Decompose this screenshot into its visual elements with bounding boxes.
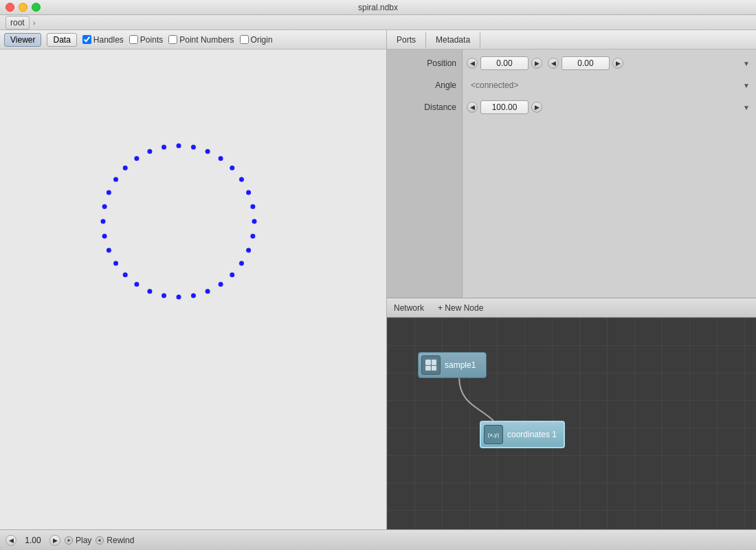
point-numbers-check[interactable]: Point Numbers xyxy=(168,35,234,45)
network-header: Network + New Node xyxy=(387,298,756,318)
position-dropdown[interactable]: ▼ xyxy=(741,58,752,69)
svg-point-31 xyxy=(162,145,166,150)
position-x-value[interactable]: 0.00 xyxy=(480,56,529,70)
distance-value[interactable]: 100.00 xyxy=(480,100,529,114)
viewer-button[interactable]: Viewer xyxy=(4,33,41,47)
distance-label-row: Distance xyxy=(387,96,462,118)
distance-label: Distance xyxy=(424,102,456,112)
ports-section: Ports Metadata Position Angle Distance xyxy=(387,30,756,298)
play-button[interactable]: Play xyxy=(65,536,91,545)
breadcrumb: root › xyxy=(0,15,756,30)
traffic-lights xyxy=(5,3,41,12)
node-coordinates1[interactable]: (x,y) coordinates 1 xyxy=(480,421,565,448)
new-node-button[interactable]: + New Node xyxy=(438,303,483,313)
svg-point-14 xyxy=(205,289,210,294)
origin-check[interactable]: Origin xyxy=(240,35,273,45)
position-x-left-arrow[interactable]: ◀ xyxy=(467,58,478,69)
grid-cell-2 xyxy=(432,360,437,365)
position-y-right-arrow[interactable]: ▶ xyxy=(612,58,623,69)
grid-cell-4 xyxy=(432,366,437,371)
angle-value-row: <connected> ▼ xyxy=(463,74,756,96)
points-check[interactable]: Points xyxy=(129,35,163,45)
viewer-panel: Viewer Data Handles Points Point Numbers… xyxy=(0,30,387,529)
svg-point-12 xyxy=(230,272,234,277)
distance-value-row: ◀ 100.00 ▶ ▼ xyxy=(463,96,756,118)
bottom-bar: ◀ 1.00 ▶ Play Rewind xyxy=(0,529,756,550)
angle-label: Angle xyxy=(435,80,456,90)
coordinates1-label: coordinates 1 xyxy=(507,430,557,439)
node-sample1[interactable]: sample1 xyxy=(418,352,487,378)
svg-point-21 xyxy=(113,261,118,266)
distance-left-arrow[interactable]: ◀ xyxy=(467,102,478,113)
svg-point-1 xyxy=(191,145,196,150)
connection-line xyxy=(459,377,493,421)
next-frame-button[interactable]: ▶ xyxy=(49,535,60,546)
svg-point-6 xyxy=(246,190,251,195)
handles-check[interactable]: Handles xyxy=(82,35,124,45)
svg-point-29 xyxy=(134,156,139,161)
svg-point-13 xyxy=(219,282,223,287)
coordinates1-icon: (x,y) xyxy=(484,425,503,444)
distance-dropdown[interactable]: ▼ xyxy=(741,102,752,113)
rewind-label: Rewind xyxy=(107,536,134,545)
point-numbers-checkbox[interactable] xyxy=(168,35,177,44)
ports-values: ◀ 0.00 ▶ ◀ 0.00 ▶ ▼ <connected> ▼ xyxy=(463,50,756,298)
play-icon xyxy=(65,536,73,544)
grid-cell-3 xyxy=(425,366,431,371)
position-y-left-arrow[interactable]: ◀ xyxy=(548,58,559,69)
connection-svg xyxy=(387,318,756,529)
svg-point-25 xyxy=(102,204,107,209)
svg-point-17 xyxy=(162,293,166,298)
handles-checkbox[interactable] xyxy=(82,35,91,44)
breadcrumb-root[interactable]: root xyxy=(5,16,30,30)
svg-point-0 xyxy=(177,144,181,148)
frame-value: 1.00 xyxy=(21,536,45,545)
svg-point-26 xyxy=(107,190,111,195)
window-title: spiral.ndbx xyxy=(358,3,398,12)
breadcrumb-sep: › xyxy=(33,19,36,27)
angle-dropdown[interactable]: ▼ xyxy=(741,80,752,91)
ports-tab[interactable]: Ports xyxy=(387,32,426,47)
rewind-button[interactable]: Rewind xyxy=(96,536,134,545)
svg-point-24 xyxy=(101,219,106,224)
title-bar: spiral.ndbx xyxy=(0,0,756,15)
position-x-right-arrow[interactable]: ▶ xyxy=(531,58,542,69)
sample1-icon xyxy=(421,355,441,375)
angle-connected-text: <connected> xyxy=(467,79,522,91)
data-button[interactable]: Data xyxy=(47,33,76,47)
close-button[interactable] xyxy=(5,3,14,12)
svg-point-22 xyxy=(107,248,111,253)
svg-point-2 xyxy=(205,149,210,154)
distance-right-arrow[interactable]: ▶ xyxy=(531,102,542,113)
network-label: Network xyxy=(394,303,424,313)
grid-icon xyxy=(425,360,436,371)
position-label: Position xyxy=(427,58,456,68)
svg-point-15 xyxy=(191,293,196,298)
metadata-tab[interactable]: Metadata xyxy=(426,32,480,47)
svg-point-11 xyxy=(239,261,244,266)
svg-point-9 xyxy=(250,234,255,239)
prev-frame-button[interactable]: ◀ xyxy=(5,535,16,546)
ports-header: Ports Metadata xyxy=(387,30,756,50)
origin-checkbox[interactable] xyxy=(240,35,249,44)
circle-dots-svg xyxy=(0,50,386,386)
svg-point-19 xyxy=(134,282,139,287)
svg-point-10 xyxy=(246,248,251,253)
position-y-value[interactable]: 0.00 xyxy=(562,56,610,70)
svg-point-7 xyxy=(250,204,255,209)
maximize-button[interactable] xyxy=(32,3,41,12)
minimize-button[interactable] xyxy=(19,3,27,12)
points-checkbox[interactable] xyxy=(129,35,138,44)
svg-point-18 xyxy=(147,289,152,294)
position-label-row: Position xyxy=(387,52,462,74)
sample1-label: sample1 xyxy=(445,360,476,370)
network-section: Network + New Node xyxy=(387,298,756,529)
svg-point-20 xyxy=(123,272,128,277)
svg-point-28 xyxy=(123,166,128,170)
svg-point-27 xyxy=(113,177,118,182)
angle-label-row: Angle xyxy=(387,74,462,96)
network-canvas[interactable]: sample1 (x,y) coordinates 1 xyxy=(387,318,756,529)
svg-point-4 xyxy=(230,166,234,170)
rewind-icon xyxy=(96,536,104,544)
ports-labels: Position Angle Distance xyxy=(387,50,463,298)
